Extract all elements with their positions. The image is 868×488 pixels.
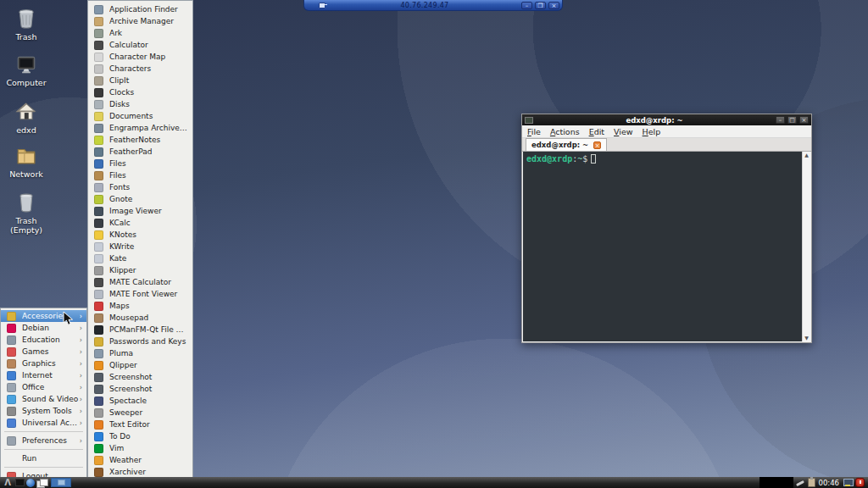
rdp-minimize-button[interactable]: – <box>521 2 532 9</box>
scroll-up-icon[interactable]: ▲ <box>804 152 809 158</box>
show-desktop-icon[interactable] <box>15 478 25 487</box>
menu-item-pcmanfm-qt-file-manager[interactable]: PCManFM-Qt File Manager <box>88 324 192 336</box>
desktop-icon-trash-empty-[interactable]: Trash (Empty) <box>0 191 53 235</box>
menu-item-disks[interactable]: Disks <box>88 98 192 110</box>
menu-item-clocks[interactable]: Clocks <box>88 86 192 98</box>
web-globe-icon[interactable] <box>26 478 35 487</box>
menu-category-sound-video[interactable]: Sound & Video› <box>1 393 86 405</box>
workspace-pager-icon[interactable] <box>51 478 71 487</box>
menu-item-mate-calculator[interactable]: MATE Calculator <box>88 276 192 288</box>
menu-category-accessories[interactable]: Accessories› <box>1 310 86 322</box>
terminal-maximize-button[interactable]: □ <box>787 116 797 124</box>
terminal-tab-close-icon[interactable]: × <box>593 141 601 149</box>
applications-menu-icon[interactable]: Λ <box>2 478 14 487</box>
desktop-icon-computer[interactable]: Computer <box>0 53 53 87</box>
terminal-screen[interactable]: edxd@xrdp:~$ <box>523 152 802 341</box>
terminal-window[interactable]: edxd@xrdp: ~ – □ × FileActionsEditViewHe… <box>521 114 812 343</box>
menu-item-character-map[interactable]: Character Map <box>88 51 192 63</box>
menu-item-mate-font-viewer[interactable]: MATE Font Viewer <box>88 288 192 300</box>
menu-item-weather[interactable]: Weather <box>88 454 192 466</box>
clock-label[interactable]: 00:46 <box>819 479 840 487</box>
menu-item-mousepad[interactable]: Mousepad <box>88 312 192 324</box>
terminal-close-button[interactable]: × <box>799 116 809 124</box>
pluma-icon <box>94 349 103 358</box>
desktop-icon-edxd[interactable]: edxd <box>0 100 53 135</box>
menu-item-engrampa-archive-manager[interactable]: Engrampa Archive Manager <box>88 122 192 134</box>
menu-item-text-editor[interactable]: Text Editor <box>88 419 192 430</box>
menu-item-documents[interactable]: Documents <box>88 110 192 122</box>
menu-item-fonts[interactable]: Fonts <box>88 181 192 193</box>
terminal-app-icon <box>525 117 533 124</box>
menu-category-office[interactable]: Office› <box>1 381 86 393</box>
terminal-menu-help[interactable]: Help <box>643 127 661 136</box>
power-icon[interactable] <box>855 478 865 487</box>
scroll-down-icon[interactable]: ▼ <box>804 335 809 341</box>
menu-item-files[interactable]: Files <box>88 169 192 181</box>
menu-item-kate[interactable]: Kate <box>88 252 192 264</box>
menu-item-files[interactable]: Files <box>88 158 192 169</box>
window-list-icon[interactable] <box>36 478 47 487</box>
menu-item-vim[interactable]: Vim <box>88 442 192 454</box>
terminal-menu-edit[interactable]: Edit <box>589 127 604 136</box>
weather-icon <box>94 456 103 465</box>
display-monitor-icon[interactable] <box>843 478 853 487</box>
menu-item-screenshot[interactable]: Screenshot <box>88 371 192 383</box>
submenu-arrow-icon: › <box>80 336 82 344</box>
menu-item-label: Kate <box>109 254 188 263</box>
pin-icon[interactable] <box>316 2 328 9</box>
menu-item-label: Klipper <box>109 266 188 274</box>
menu-category-internet[interactable]: Internet› <box>1 369 86 381</box>
prompt-user-host: edxd@xrdp <box>526 154 572 164</box>
menu-category-universal-access[interactable]: Universal Access› <box>1 417 86 429</box>
terminal-scrollbar[interactable]: ▲ ▼ <box>802 152 810 341</box>
preferences-icon <box>7 436 16 446</box>
menu-item-sweeper[interactable]: Sweeper <box>88 407 192 419</box>
menu-item-featherpad[interactable]: FeatherPad <box>88 146 192 158</box>
menu-category-run[interactable]: Run <box>1 452 86 464</box>
menu-item-klipper[interactable]: Klipper <box>88 264 192 276</box>
terminal-titlebar[interactable]: edxd@xrdp: ~ – □ × <box>522 114 811 125</box>
menu-item-kwrite[interactable]: KWrite <box>88 241 192 252</box>
clipboard-icon[interactable] <box>808 478 815 487</box>
menu-item-pluma[interactable]: Pluma <box>88 347 192 359</box>
menu-item-xarchiver[interactable]: Xarchiver <box>88 466 192 478</box>
menu-item-characters[interactable]: Characters <box>88 63 192 75</box>
menu-item-application-finder[interactable]: Application Finder <box>88 3 192 15</box>
menu-item-calculator[interactable]: Calculator <box>88 39 192 51</box>
menu-item-ark[interactable]: Ark <box>88 27 192 39</box>
menu-category-games[interactable]: Games› <box>1 346 86 358</box>
menu-item-knotes[interactable]: KNotes <box>88 229 192 241</box>
stylus-tool-icon[interactable] <box>795 478 805 487</box>
menu-item-to-do[interactable]: To Do <box>88 430 192 442</box>
terminal-minimize-button[interactable]: – <box>776 116 785 124</box>
rdp-connection-bar[interactable]: 40.76.249.47 – ❐ × <box>303 0 563 11</box>
rdp-restore-button[interactable]: ❐ <box>535 2 546 9</box>
menu-item-passwords-and-keys[interactable]: Passwords and Keys <box>88 336 192 347</box>
desktop-icon-trash[interactable]: Trash <box>0 7 53 42</box>
menu-item-spectacle[interactable]: Spectacle <box>88 395 192 407</box>
menu-category-preferences[interactable]: Preferences› <box>1 435 86 446</box>
menu-item-kcalc[interactable]: KCalc <box>88 217 192 229</box>
menu-category-system-tools[interactable]: System Tools› <box>1 405 86 417</box>
rdp-connection-title: 40.76.249.47 <box>328 2 521 9</box>
terminal-menu-actions[interactable]: Actions <box>550 127 580 136</box>
menu-category-education[interactable]: Education› <box>1 334 86 346</box>
menu-category-debian[interactable]: Debian› <box>1 322 86 334</box>
menu-item-feathernotes[interactable]: FeatherNotes <box>88 134 192 146</box>
menu-item-qlipper[interactable]: Qlipper <box>88 359 192 371</box>
menu-item-clipit[interactable]: ClipIt <box>88 75 192 86</box>
terminal-menu-file[interactable]: File <box>527 127 541 136</box>
menu-category-graphics[interactable]: Graphics› <box>1 358 86 369</box>
menu-item-image-viewer[interactable]: Image Viewer <box>88 205 192 217</box>
menu-item-label: FeatherNotes <box>109 136 188 144</box>
menu-item-archive-manager[interactable]: Archive Manager <box>88 15 192 27</box>
terminal-tab[interactable]: edxd@xrdp: ~ × <box>526 138 607 151</box>
klipper-icon <box>94 266 103 275</box>
menu-item-screenshot[interactable]: Screenshot <box>88 383 192 395</box>
terminal-menu-view[interactable]: View <box>614 127 633 136</box>
rdp-close-button[interactable]: × <box>548 2 559 9</box>
menu-item-maps[interactable]: Maps <box>88 300 192 312</box>
submenu-arrow-icon: › <box>80 313 82 320</box>
desktop-icon-network[interactable]: Network <box>0 144 53 179</box>
menu-item-gnote[interactable]: Gnote <box>88 193 192 205</box>
